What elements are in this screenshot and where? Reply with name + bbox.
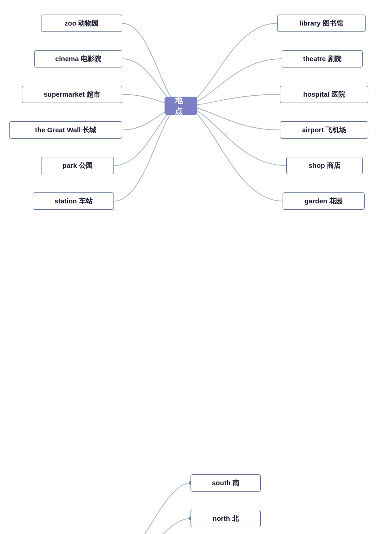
node-hospital: hospital 医院 — [280, 86, 368, 103]
node-garden: garden 花园 — [283, 192, 365, 210]
node-library: library 图书馆 — [277, 15, 366, 32]
node-zoo: zoo 动物园 — [41, 15, 122, 32]
diagram-directions: 方位 south 南 north 北 east 东 west 西 left 左边… — [0, 456, 392, 534]
node-theatre: theatre 剧院 — [282, 50, 363, 67]
diagram-places: 地点 zoo 动物园 cinema 电影院 supermarket 超市 the… — [0, 0, 392, 228]
node-station: station 车站 — [33, 192, 114, 210]
node-shop: shop 商店 — [286, 157, 363, 174]
center-label-places: 地点 — [175, 95, 187, 117]
node-airport: airport 飞机场 — [280, 121, 368, 139]
node-park: park 公园 — [41, 157, 114, 174]
center-node-places: 地点 — [165, 97, 197, 115]
node-cinema: cinema 电影院 — [34, 50, 122, 67]
node-supermarket: supermarket 超市 — [22, 86, 122, 103]
node-south: south 南 — [191, 474, 261, 492]
node-greatwall: the Great Wall 长城 — [9, 121, 122, 139]
node-north: north 北 — [191, 510, 261, 527]
